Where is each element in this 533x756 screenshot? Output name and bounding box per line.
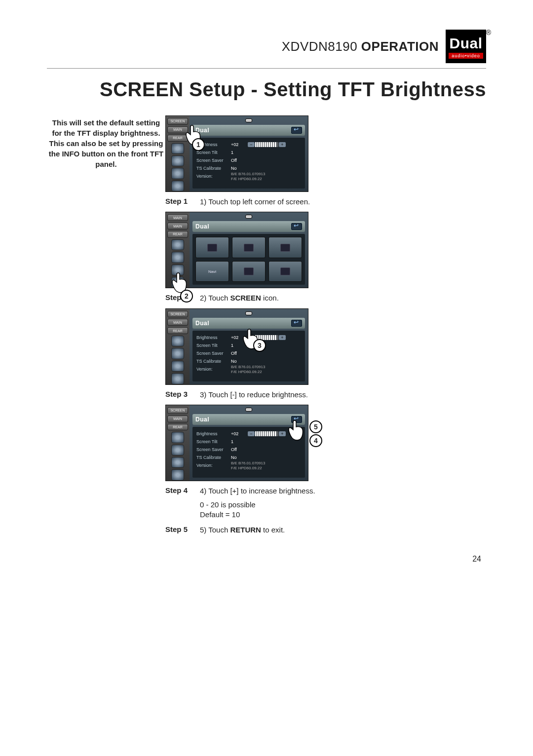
- top-pill-icon: [245, 408, 252, 412]
- hand-pointer-icon: [288, 418, 305, 441]
- callout-4: 4: [309, 434, 322, 447]
- sidebar-main-tab: MAIN: [167, 214, 188, 221]
- sidebar-screen-tab: SCREEN: [167, 311, 188, 318]
- version-value: B/E B76.01.070913 F/E HPD60.09.22: [231, 172, 265, 181]
- step-5-text: 5) Touch RETURN to exit.: [200, 525, 285, 535]
- sidebar-icon: [171, 336, 184, 346]
- device-top-bar: [190, 405, 308, 414]
- device-titlebar: Dual: [192, 221, 305, 232]
- main-title: SCREEN Setup - Setting TFT Brightness: [47, 78, 486, 101]
- sidebar-icon: [171, 469, 184, 480]
- step-3-text: 3) Touch [-] to reduce brightness.: [200, 390, 308, 400]
- saver-value: Off: [231, 158, 246, 163]
- sidebar-main-tab: MAIN: [167, 416, 188, 422]
- plus-icon: +: [279, 142, 286, 147]
- page-header: XDVDN8190 OPERATION ® Dual audio•video: [47, 30, 486, 63]
- callout-1: 1: [192, 138, 205, 151]
- page-number: 24: [47, 555, 481, 564]
- minus-icon: −: [248, 142, 255, 147]
- brightness-value: +02: [231, 431, 246, 436]
- registered-mark: ®: [486, 29, 491, 37]
- header-rule: [47, 68, 486, 69]
- tilt-value: 1: [231, 150, 246, 155]
- brightness-row: Brightness +02 − +: [196, 141, 301, 149]
- minus-icon: −: [248, 431, 255, 436]
- step-1-row: Step 1 1) Touch top left corner of scree…: [165, 197, 486, 207]
- media-icon: [244, 244, 254, 252]
- device-sidebar: SCREEN MAIN REAR: [166, 405, 190, 481]
- header-title: XDVDN8190 OPERATION: [282, 39, 439, 54]
- saver-label: Screen Saver: [196, 447, 231, 452]
- callout-3: 3: [253, 339, 266, 352]
- saver-value: Off: [231, 351, 246, 356]
- intro-text: This will set the default setting for th…: [47, 117, 165, 169]
- version-row: Version: B/E B76.01.070913 F/E HPD60.09.…: [196, 461, 301, 469]
- return-icon: [291, 320, 302, 327]
- step-2-text: 2) Touch SCREEN icon.: [200, 293, 279, 303]
- sidebar-icon: [171, 348, 184, 359]
- navi-label: Navi: [208, 269, 216, 274]
- step-3-label: Step 3: [165, 390, 200, 398]
- sidebar-main-tab: MAIN: [167, 319, 188, 326]
- brand-logo-text: Dual: [449, 36, 482, 51]
- sidebar-icon: [171, 361, 184, 372]
- brightness-row: Brightness +02 − +: [196, 430, 301, 438]
- sidebar-icon: [171, 252, 184, 263]
- tilt-value: 1: [231, 439, 246, 444]
- home-tile-navi: Navi: [195, 261, 229, 282]
- version-label: Version:: [196, 174, 231, 179]
- version-value: B/E B76.01.070913 F/E HPD60.09.22: [231, 461, 265, 470]
- calibrate-row: TS Calibrate No: [196, 164, 301, 172]
- calibrate-row: TS Calibrate No: [196, 454, 301, 461]
- screenshot-4: SCREEN MAIN REAR Dual: [165, 405, 308, 481]
- section-label: OPERATION: [361, 39, 439, 54]
- plus-icon: +: [279, 335, 286, 340]
- home-tile-bt: [268, 261, 302, 282]
- dvd-icon: [244, 267, 254, 275]
- sidebar-main2-tab: MAIN: [167, 223, 188, 229]
- step-4-label: Step 4: [165, 486, 200, 494]
- steps-column: SCREEN MAIN REAR Dual: [165, 115, 486, 535]
- device-screen: SCREEN MAIN REAR Dual: [165, 308, 308, 385]
- sidebar-icon: [171, 239, 184, 250]
- step-1-label: Step 1: [165, 197, 200, 205]
- brightness-slider: − +: [248, 142, 286, 147]
- device-body: Brightness +02 − + Screen Tilt 1: [192, 138, 305, 189]
- device-titlebar: Dual: [192, 125, 305, 136]
- screenshot-1: SCREEN MAIN REAR Dual: [165, 115, 308, 192]
- top-pill-icon: [245, 215, 252, 219]
- brand-logo-subtext: audio•video: [449, 53, 483, 59]
- screenshot-3: SCREEN MAIN REAR Dual: [165, 308, 308, 385]
- home-tile-disc: [268, 237, 302, 258]
- step-4-row: Step 4 4) Touch [+] to increase brightne…: [165, 486, 486, 520]
- calibrate-label: TS Calibrate: [196, 455, 231, 460]
- manual-page: XDVDN8190 OPERATION ® Dual audio•video S…: [0, 0, 533, 583]
- step-3-row: Step 3 3) Touch [-] to reduce brightness…: [165, 390, 486, 400]
- device-screen: SCREEN MAIN REAR Dual: [165, 405, 308, 481]
- brightness-slider: − +: [248, 431, 286, 436]
- step-4-range: 0 - 20 is possible: [200, 500, 315, 510]
- step-2-row: Step 2 2) Touch SCREEN icon.: [165, 293, 486, 303]
- top-pill-icon: [245, 311, 252, 315]
- sidebar-icon: [171, 432, 184, 443]
- tilt-row: Screen Tilt 1: [196, 438, 301, 446]
- calibrate-row: TS Calibrate No: [196, 357, 301, 365]
- disc-icon: [280, 244, 290, 252]
- tilt-label: Screen Tilt: [196, 439, 231, 444]
- screenshot-2: MAIN MAIN REAR Dual: [165, 212, 308, 288]
- bluetooth-icon: [280, 267, 290, 275]
- brand-logo: ® Dual audio•video: [446, 30, 486, 63]
- sidebar-screen-tab: SCREEN: [167, 407, 188, 414]
- radio-icon: [207, 244, 217, 252]
- return-icon: [291, 127, 302, 134]
- saver-row: Screen Saver Off: [196, 349, 301, 357]
- top-pill-icon: [245, 118, 252, 122]
- sidebar-icon: [171, 155, 184, 166]
- sidebar-icon: [171, 445, 184, 455]
- tilt-label: Screen Tilt: [196, 343, 231, 348]
- tilt-label: Screen Tilt: [196, 150, 231, 155]
- sidebar-icon: [171, 143, 184, 154]
- sidebar-rear-tab: REAR: [167, 327, 188, 334]
- sidebar-rear-tab: REAR: [167, 424, 188, 431]
- sidebar-icon: [171, 373, 184, 384]
